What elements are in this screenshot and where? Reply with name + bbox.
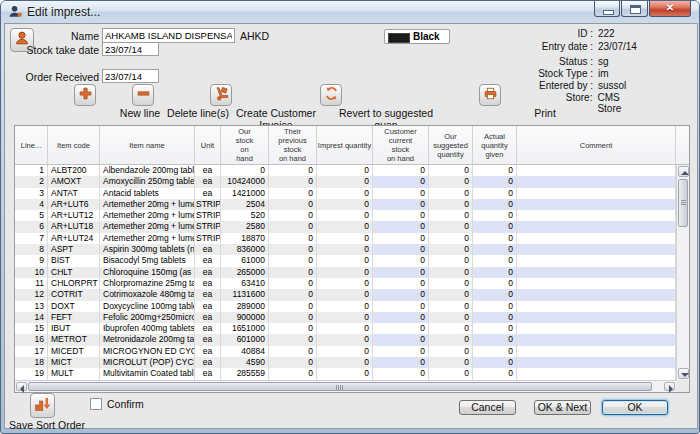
table-row[interactable]: 10CHLTChloroquine 150mg (as base) tablee…: [15, 267, 676, 278]
table-row[interactable]: 7AR+LUT24Artemether 20mg + lumefantrine …: [15, 233, 676, 244]
column-header-8[interactable]: Our suggested quantity: [429, 126, 473, 164]
cell[interactable]: 0: [373, 289, 429, 300]
cell[interactable]: 0: [373, 255, 429, 266]
cell[interactable]: 0: [317, 278, 373, 289]
scroll-down-button[interactable]: [678, 368, 689, 379]
cell[interactable]: 0: [317, 334, 373, 345]
table-row[interactable]: 14FEFTFefolic 200mg+250microgram tablea9…: [15, 312, 676, 323]
create-customer-invoice-button[interactable]: [210, 84, 232, 106]
cell[interactable]: [517, 334, 676, 345]
vertical-scrollbar[interactable]: [676, 165, 689, 380]
cell[interactable]: 0: [373, 312, 429, 323]
column-header-10[interactable]: Comment: [517, 126, 676, 164]
column-header-0[interactable]: Line...: [15, 126, 48, 164]
horizontal-scrollbar[interactable]: [15, 380, 676, 392]
cell[interactable]: 0: [473, 368, 517, 379]
name-input[interactable]: [102, 28, 235, 43]
scroll-left-button[interactable]: [16, 382, 27, 391]
cell[interactable]: 0: [317, 267, 373, 278]
table-row[interactable]: 4AR+LUT6Artemether 20mg + lumefantrine 1…: [15, 199, 676, 210]
column-header-4[interactable]: Our stock on hand: [221, 126, 269, 164]
cell[interactable]: [517, 165, 676, 176]
horizontal-scroll-thumb[interactable]: [28, 382, 652, 391]
cell[interactable]: 0: [373, 334, 429, 345]
cell[interactable]: 0: [473, 244, 517, 255]
cell[interactable]: 0: [473, 346, 517, 357]
cell[interactable]: 0: [473, 278, 517, 289]
cell[interactable]: 0: [473, 289, 517, 300]
cancel-button[interactable]: Cancel: [459, 400, 516, 415]
cell[interactable]: 0: [473, 233, 517, 244]
cell[interactable]: [517, 323, 676, 334]
column-header-6[interactable]: Imprest quantity: [317, 126, 373, 164]
column-header-7[interactable]: Customer current stock on hand: [373, 126, 429, 164]
table-row[interactable]: 6AR+LUT18Artemether 20mg + lumefantrine …: [15, 221, 676, 232]
cell[interactable]: 0: [373, 368, 429, 379]
cell[interactable]: 0: [317, 368, 373, 379]
close-button[interactable]: ✕: [649, 1, 691, 17]
cell[interactable]: [517, 278, 676, 289]
table-row[interactable]: 15IBUTIbuprofen 400mg tabletsea165100000…: [15, 323, 676, 334]
cell[interactable]: 0: [473, 267, 517, 278]
table-row[interactable]: 12COTRITCotrimoxazole 480mg tabletsea113…: [15, 289, 676, 300]
table-row[interactable]: 13DOXTDoxycycline 100mg tabletsea2890000…: [15, 301, 676, 312]
color-dropdown[interactable]: Black: [384, 29, 450, 44]
cell[interactable]: 0: [373, 210, 429, 221]
vertical-scroll-thumb[interactable]: [678, 179, 688, 227]
cell[interactable]: [517, 244, 676, 255]
order-received-input[interactable]: [102, 69, 159, 83]
table-row[interactable]: 3ANTATAntacid tabletsea142100000000: [15, 188, 676, 199]
table-row[interactable]: 5AR+LUT12Artemether 20mg + lumefantrine …: [15, 210, 676, 221]
column-header-1[interactable]: Item code: [48, 126, 100, 164]
cell[interactable]: [517, 188, 676, 199]
cell[interactable]: 0: [473, 255, 517, 266]
cell[interactable]: [517, 312, 676, 323]
cell[interactable]: [517, 199, 676, 210]
table-row[interactable]: 1ALBT200Albendazole 200mg tabletsea00000…: [15, 165, 676, 176]
cell[interactable]: 0: [373, 278, 429, 289]
cell[interactable]: [517, 221, 676, 232]
scroll-up-button[interactable]: [678, 166, 689, 177]
scroll-right-button[interactable]: [664, 382, 675, 391]
maximize-button[interactable]: [621, 1, 648, 17]
cell[interactable]: 0: [317, 233, 373, 244]
cell[interactable]: 0: [473, 312, 517, 323]
ok-next-button[interactable]: OK & Next: [534, 400, 591, 415]
table-row[interactable]: 2AMOXTAmoxycillin 250mg tabletsea1042400…: [15, 176, 676, 187]
cell[interactable]: 0: [317, 165, 373, 176]
column-header-9[interactable]: Actual quantity given: [473, 126, 517, 164]
cell[interactable]: 0: [373, 346, 429, 357]
cell[interactable]: 0: [373, 221, 429, 232]
cell[interactable]: 0: [317, 221, 373, 232]
cell[interactable]: [517, 255, 676, 266]
table-row[interactable]: 17MICEDTMICROGYNON ED CYCLE of 28 tabsea…: [15, 346, 676, 357]
cell[interactable]: 0: [317, 301, 373, 312]
cell[interactable]: 0: [317, 346, 373, 357]
cell[interactable]: 0: [317, 244, 373, 255]
cell[interactable]: 0: [473, 176, 517, 187]
titlebar[interactable]: Edit imprest... ✕: [1, 1, 699, 23]
cell[interactable]: 0: [317, 210, 373, 221]
cell[interactable]: [517, 346, 676, 357]
stock-take-date-input[interactable]: [102, 42, 159, 56]
cell[interactable]: [517, 301, 676, 312]
column-header-2[interactable]: Item name: [100, 126, 195, 164]
table-row[interactable]: 11CHLORPRTChlorpromazine 25mg tabletsea6…: [15, 278, 676, 289]
table-row[interactable]: 8ASPTAspirin 300mg tablets (not enterice…: [15, 244, 676, 255]
save-sort-order-button[interactable]: [30, 393, 55, 418]
cell[interactable]: [517, 368, 676, 379]
confirm-checkbox[interactable]: [90, 398, 102, 410]
cell[interactable]: 0: [473, 199, 517, 210]
new-line-button[interactable]: [74, 84, 96, 106]
cell[interactable]: 0: [317, 188, 373, 199]
ok-button[interactable]: OK: [602, 400, 668, 415]
cell[interactable]: 0: [373, 233, 429, 244]
cell[interactable]: 0: [473, 357, 517, 368]
cell[interactable]: 0: [317, 255, 373, 266]
cell[interactable]: 0: [373, 165, 429, 176]
column-header-5[interactable]: Their previous stock on hand: [269, 126, 317, 164]
table-row[interactable]: 9BISTBisacodyl 5mg tabletsea6100000000: [15, 255, 676, 266]
cell[interactable]: 0: [373, 199, 429, 210]
cell[interactable]: 0: [473, 334, 517, 345]
cell[interactable]: 0: [317, 199, 373, 210]
